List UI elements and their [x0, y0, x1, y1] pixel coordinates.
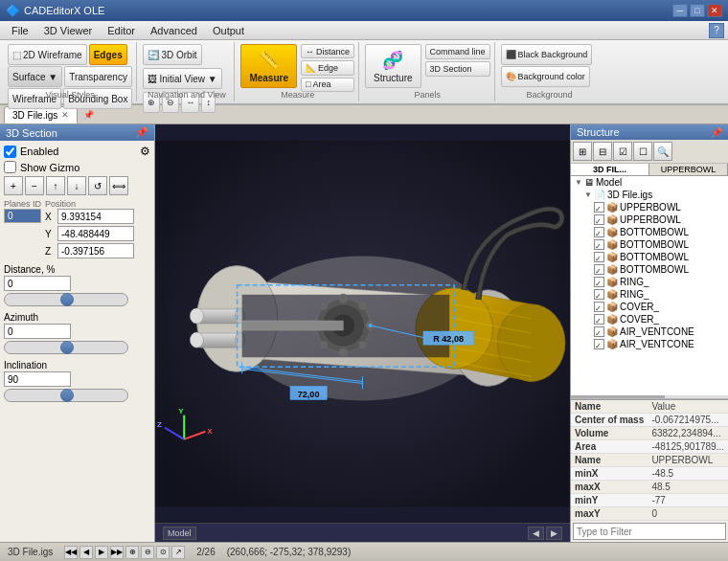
maximize-button[interactable]: □: [690, 4, 705, 17]
reset-button[interactable]: ↺: [88, 176, 107, 195]
nav-zoom-out[interactable]: ⊖: [141, 546, 154, 559]
tree-check[interactable]: [594, 252, 604, 262]
scroll-left[interactable]: ◀: [528, 527, 544, 540]
azimuth-thumb[interactable]: [60, 341, 74, 354]
del-plane-button[interactable]: −: [25, 176, 44, 195]
tree-check[interactable]: [594, 326, 604, 337]
nav-fit[interactable]: ⊙: [156, 546, 170, 559]
filter-input[interactable]: [573, 523, 726, 540]
list-item[interactable]: 📦 BOTTOMBOWL: [590, 238, 728, 251]
list-item[interactable]: 📦 RING_: [590, 288, 728, 301]
3d-section-button[interactable]: 3D Section: [425, 61, 490, 77]
inclination-slider[interactable]: [4, 389, 128, 402]
list-item[interactable]: 📦 BOTTOMBOWL: [590, 251, 728, 263]
list-item[interactable]: 📦 AIR_VENTCONE: [590, 338, 728, 350]
surface-button[interactable]: Surface ▼: [8, 66, 62, 87]
tree-check[interactable]: [594, 239, 604, 250]
tree-file-node[interactable]: ▼ 📄 3D File.igs: [580, 189, 728, 201]
tree-check[interactable]: [594, 264, 604, 275]
structure-large-button[interactable]: 🧬 Structure: [365, 44, 421, 88]
distance-slider[interactable]: [4, 293, 128, 306]
rp-btn4[interactable]: ☐: [633, 142, 652, 161]
vp-model-tab[interactable]: Model: [163, 527, 196, 540]
background-color-button[interactable]: 🎨 Background color: [501, 66, 590, 87]
nav-prev[interactable]: ◀: [80, 546, 93, 559]
rp-btn3[interactable]: ☑: [613, 142, 632, 161]
list-item[interactable]: 📦 RING_: [590, 276, 728, 288]
y-input[interactable]: [57, 226, 134, 241]
distance-thumb[interactable]: [60, 293, 74, 306]
left-panel-pin[interactable]: 📌: [135, 126, 148, 139]
list-item[interactable]: 📦 BOTTOMBOWL: [590, 263, 728, 276]
azimuth-input[interactable]: [4, 324, 71, 339]
tree-check[interactable]: [594, 289, 604, 300]
black-background-button[interactable]: ⬛ Black Background: [501, 44, 593, 65]
azimuth-slider[interactable]: [4, 341, 128, 354]
scroll-bar[interactable]: [571, 395, 665, 398]
item-icon: 📦: [606, 326, 618, 337]
edge-icon: 📐: [306, 63, 316, 73]
close-button[interactable]: ✕: [707, 4, 722, 17]
right-panel-pin[interactable]: 📌: [711, 127, 722, 138]
nav-last[interactable]: ▶▶: [110, 546, 124, 559]
viewport-canvas[interactable]: R 42,08 72,00 X Y Z: [155, 124, 570, 523]
list-item[interactable]: 📦 UPPERBOWL: [590, 201, 728, 213]
tree-tab-upperbowl[interactable]: UPPERBOWL: [649, 164, 728, 175]
transparency-button[interactable]: Transparency: [64, 66, 132, 87]
nav-first[interactable]: ◀◀: [64, 546, 78, 559]
tree-check[interactable]: [594, 227, 604, 237]
settings-icon[interactable]: ⚙: [140, 145, 150, 158]
edges-button[interactable]: Edges: [89, 44, 127, 65]
prop-row: minX -48.5: [571, 467, 728, 481]
menu-3dviewer[interactable]: 3D Viewer: [36, 23, 101, 38]
menu-advanced[interactable]: Advanced: [143, 23, 205, 38]
tree-model-node[interactable]: ▼ 🖥 Model: [571, 176, 728, 189]
menu-editor[interactable]: Editor: [100, 23, 143, 38]
nav-zoom-in[interactable]: ⊕: [125, 546, 139, 559]
show-gizmo-checkbox[interactable]: [4, 161, 16, 173]
command-line-button[interactable]: Command line: [425, 44, 490, 59]
3d-orbit-button[interactable]: 🔄 3D Orbit: [143, 44, 201, 65]
edge-button[interactable]: 📐 Edge: [301, 60, 354, 75]
distance-input[interactable]: [4, 276, 71, 291]
measure-large-button[interactable]: 📏 Measure: [240, 44, 297, 88]
initial-view-button[interactable]: 🖼 Initial View ▼: [143, 68, 221, 89]
list-item[interactable]: 📦 AIR_VENTCONE: [590, 325, 728, 338]
menu-file[interactable]: File: [4, 23, 36, 38]
down-button[interactable]: ↓: [67, 176, 86, 195]
inclination-input[interactable]: [4, 371, 71, 387]
tree-check[interactable]: [594, 302, 604, 312]
nav-export[interactable]: ↗: [171, 546, 185, 559]
add-plane-button[interactable]: +: [4, 176, 23, 195]
tree-check[interactable]: [594, 339, 604, 349]
list-item[interactable]: 📦 BOTTOMBOWL: [590, 226, 728, 238]
tree-check[interactable]: [594, 214, 604, 225]
list-item[interactable]: 📦 COVER_: [590, 301, 728, 313]
rp-btn5[interactable]: 🔍: [653, 142, 672, 161]
flip-button[interactable]: ⟺: [109, 176, 128, 195]
list-item[interactable]: 📦 COVER_: [590, 313, 728, 325]
z-input[interactable]: [57, 243, 134, 258]
enabled-checkbox[interactable]: [4, 146, 16, 158]
tree-check[interactable]: [594, 277, 604, 287]
x-input[interactable]: [57, 209, 134, 224]
pin-icon[interactable]: 📌: [80, 110, 98, 120]
tree-check[interactable]: [594, 202, 604, 213]
distance-button[interactable]: ↔ Distance: [301, 44, 354, 58]
inclination-thumb[interactable]: [60, 389, 74, 402]
minimize-button[interactable]: ─: [672, 4, 688, 17]
up-button[interactable]: ↑: [46, 176, 65, 195]
rp-btn1[interactable]: ⊞: [573, 142, 592, 161]
tree-area[interactable]: ▼ 🖥 Model ▼ 📄 3D File.igs 📦 UPPERBOWL 📦 …: [571, 176, 728, 395]
plane-id-0[interactable]: 0: [5, 210, 41, 223]
tree-check[interactable]: [594, 314, 604, 325]
list-item[interactable]: 📦 UPPERBOWL: [590, 213, 728, 226]
rp-btn2[interactable]: ⊟: [593, 142, 612, 161]
2d-wireframe-button[interactable]: ⬚ 2D Wireframe: [8, 44, 87, 65]
menu-output[interactable]: Output: [205, 23, 252, 38]
tree-tab-3dfile[interactable]: 3D FIL...: [571, 164, 649, 175]
scroll-right[interactable]: ▶: [546, 527, 562, 540]
help-button[interactable]: ?: [709, 23, 724, 38]
tab-close-icon[interactable]: ✕: [61, 110, 69, 120]
nav-next[interactable]: ▶: [95, 546, 108, 559]
